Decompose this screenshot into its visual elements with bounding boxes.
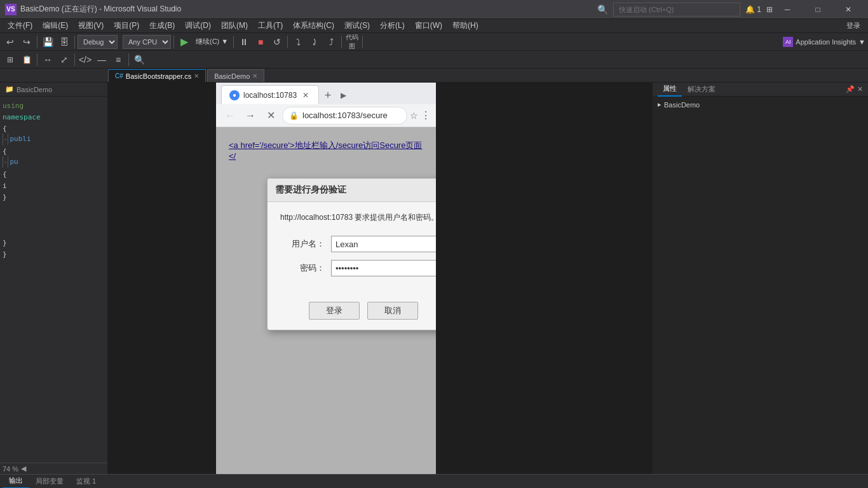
toolbar2-btn-4[interactable]: ⤢ [57, 52, 72, 67]
output-tab-output[interactable]: 输出 [3, 475, 29, 489]
menu-architecture[interactable]: 体系结构(C) [288, 19, 339, 33]
browser-tab-close-icon[interactable]: ✕ [301, 90, 311, 100]
step-into-button[interactable]: ⤵ [290, 34, 306, 50]
output-tab-locals[interactable]: 局部变量 [29, 475, 70, 489]
toolbar2-btn-3[interactable]: ↔ [40, 52, 55, 67]
code-preview-line-13: - pu [0, 156, 107, 168]
title-bar-text: BasicDemo (正在运行) - Microsoft Visual Stud… [20, 4, 597, 15]
menu-file[interactable]: 文件(F) [3, 19, 37, 33]
save-button[interactable]: 💾 [40, 34, 55, 50]
browser-tab-bar: ● localhost:10783 ✕ + ▶ [216, 83, 436, 104]
browser-address-bar[interactable]: 🔒 localhost:10783/secure [282, 107, 407, 125]
editor-tab-bootstrapper[interactable]: C# BasicBootstrapper.cs ✕ [108, 69, 206, 82]
browser-menu-icon[interactable]: ⋮ [421, 109, 431, 121]
collapse-icon-2[interactable]: - [3, 156, 8, 168]
save-all-button[interactable]: 🗄 [57, 34, 72, 50]
auth-dialog-body: http://localhost:10783 要求提供用户名和密码。 用户名： … [268, 202, 436, 294]
code-preview: using namespace { - publi { - pu { i } }… [0, 97, 107, 463]
menu-project[interactable]: 项目(P) [109, 19, 144, 33]
output-tab-watch[interactable]: 监视 1 [70, 475, 102, 489]
right-panel-pin-icon[interactable]: 📌 [846, 85, 855, 93]
menu-bar: 文件(F) 编辑(E) 视图(V) 项目(P) 生成(B) 调试(D) 团队(M… [0, 19, 868, 33]
appinsights-toolbar[interactable]: AI Application Insights ▼ [783, 37, 865, 47]
browser-bookmark-icon[interactable]: ☆ [410, 111, 418, 121]
right-tab-properties[interactable]: 属性 [658, 83, 682, 97]
code-preview-line-15: i [0, 179, 107, 191]
restart-button[interactable]: ↺ [269, 34, 285, 50]
platform-dropdown[interactable]: Any CPU [123, 35, 171, 49]
close-button[interactable]: ✕ [834, 0, 863, 19]
basicdemo-tab-close[interactable]: ✕ [252, 72, 257, 79]
auth-dialog-footer: 登录 取消 [268, 294, 436, 330]
toolbar2-btn-1[interactable]: ⊞ [3, 52, 18, 67]
maximize-button[interactable]: □ [803, 0, 832, 19]
toolbar2-btn-6[interactable]: — [94, 52, 109, 67]
auth-dialog: 需要进行身份验证 ✕ http://localhost:10783 要求提供用户… [267, 178, 436, 330]
menu-tools[interactable]: 工具(T) [253, 19, 288, 33]
login-button[interactable]: 登录 [309, 302, 360, 320]
auth-dialog-overlay: 需要进行身份验证 ✕ http://localhost:10783 要求提供用户… [216, 127, 436, 474]
minimize-button[interactable]: ─ [773, 0, 802, 19]
toolbar-separator-5 [287, 36, 288, 48]
main-layout: 📁 BasicDemo using namespace { - publi { … [0, 83, 868, 474]
code-map-button[interactable]: 代码图 [344, 34, 360, 50]
menu-help[interactable]: 帮助(H) [447, 19, 484, 33]
run-label: 继续(C) ▼ [193, 37, 231, 46]
browser-forward-button[interactable]: → [241, 107, 259, 125]
quick-launch-input[interactable] [613, 3, 740, 17]
browser-back-button[interactable]: ← [221, 107, 239, 125]
title-bar: VS BasicDemo (正在运行) - Microsoft Visual S… [0, 0, 868, 19]
browser-chrome: ● localhost:10783 ✕ + ▶ ← → ✕ 🔒 localhos… [216, 83, 436, 127]
undo-button[interactable]: ↩ [3, 34, 18, 50]
right-panel: 属性 解决方案 📌 ✕ ▸ BasicDemo [652, 83, 868, 474]
username-input[interactable] [331, 236, 436, 252]
solution-explorer-title: BasicDemo [17, 86, 52, 93]
code-preview-line-19 [0, 225, 107, 236]
toolbar2-btn-5[interactable]: </> [78, 52, 93, 67]
code-preview-line-21: } [0, 248, 107, 259]
browser-refresh-button[interactable]: ✕ [262, 107, 280, 125]
password-input[interactable] [331, 260, 436, 276]
start-button[interactable]: ▶ [177, 34, 192, 50]
zoom-left-arrow[interactable]: ◀ [21, 464, 26, 473]
solution-tree-item[interactable]: ▸ BasicDemo [658, 99, 863, 110]
code-preview-line-16: } [0, 191, 107, 202]
stop-button[interactable]: ■ [253, 34, 268, 50]
menu-analyze[interactable]: 分析(L) [375, 19, 410, 33]
menu-debug[interactable]: 调试(D) [180, 19, 216, 33]
right-tab-solution[interactable]: 解决方案 [682, 83, 721, 97]
zoom-bar: 74 % ◀ [0, 463, 107, 474]
menu-window[interactable]: 窗口(W) [410, 19, 447, 33]
toolbar2-btn-2[interactable]: 📋 [19, 52, 34, 67]
tab-label: BasicBootstrapper.cs [126, 72, 191, 80]
redo-button[interactable]: ↪ [19, 34, 34, 50]
collapse-icon[interactable]: - [3, 133, 8, 145]
step-out-button[interactable]: ⤴ [323, 34, 339, 50]
toolbar2-btn-7[interactable]: ≡ [111, 52, 126, 67]
toolbar2-search-btn[interactable]: 🔍 [132, 52, 147, 67]
auth-dialog-title: 需要进行身份验证 [275, 184, 346, 196]
tab-close-icon[interactable]: ✕ [194, 72, 199, 79]
right-panel-close-icon[interactable]: ✕ [857, 85, 863, 93]
tab-icon: C# [115, 72, 123, 79]
debug-config-dropdown[interactable]: Debug [78, 35, 118, 49]
toolbar-separator-2 [74, 36, 75, 48]
editor-tab-basicdemo[interactable]: BasicDemo ✕ [207, 69, 264, 82]
menu-team[interactable]: 团队(M) [216, 19, 253, 33]
cancel-button[interactable]: 取消 [367, 302, 418, 320]
pause-button[interactable]: ⏸ [236, 34, 252, 50]
toolbar-separator-1 [37, 36, 37, 48]
output-tabs: 输出 局部变量 监视 1 [0, 475, 868, 488]
menu-edit[interactable]: 编辑(E) [37, 19, 73, 33]
menu-build[interactable]: 生成(B) [144, 19, 180, 33]
browser-new-tab-button[interactable]: + [319, 86, 337, 104]
menu-test[interactable]: 测试(S) [339, 19, 375, 33]
toolbar-separator-3 [173, 36, 174, 48]
toolbar-separator-7 [362, 36, 363, 48]
step-over-button[interactable]: ⤸ [307, 34, 322, 50]
notification-icon: 🔔 1 [745, 5, 761, 14]
toolbar2-sep-1 [37, 53, 37, 66]
browser-tab-main[interactable]: ● localhost:10783 ✕ [221, 85, 319, 104]
browser-tab-right-btn[interactable]: ▶ [337, 86, 349, 104]
menu-view[interactable]: 视图(V) [73, 19, 109, 33]
